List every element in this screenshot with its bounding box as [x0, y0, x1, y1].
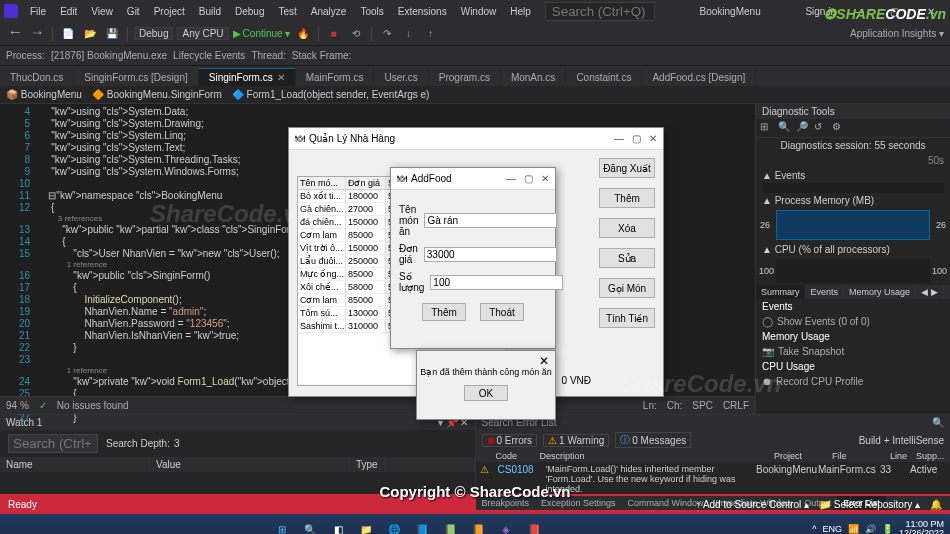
messages-badge[interactable]: ⓘ 0 Messages [615, 432, 691, 448]
diag-tab-summary[interactable]: Summary [756, 285, 806, 299]
step-out-icon[interactable]: ↑ [422, 25, 440, 43]
order-button[interactable]: Gọi Món [599, 278, 655, 298]
checkout-button[interactable]: Tính Tiền [599, 308, 655, 328]
zoom-level[interactable]: 94 % [6, 400, 29, 411]
diag-zoom-out-icon[interactable]: 🔎 [796, 121, 810, 135]
menu-tools[interactable]: Tools [354, 4, 389, 19]
menu-file[interactable]: File [24, 4, 52, 19]
explorer-icon[interactable]: 📁 [353, 516, 379, 534]
menu-search-input[interactable] [545, 2, 655, 21]
menu-git[interactable]: Git [121, 4, 146, 19]
dlg-min-icon[interactable]: — [614, 133, 624, 144]
edit-button[interactable]: Sửa [599, 248, 655, 268]
app3-icon[interactable]: 📙 [465, 516, 491, 534]
app-insights-dropdown[interactable]: Application Insights ▾ [850, 28, 944, 39]
tab-singinform-design[interactable]: SinginForm.cs [Design] [74, 69, 198, 86]
name-input[interactable] [424, 213, 557, 228]
tray-lang[interactable]: ENG [822, 524, 842, 534]
diag-tool-icon[interactable]: ⊞ [760, 121, 774, 135]
menu-analyze[interactable]: Analyze [305, 4, 353, 19]
errors-badge[interactable]: ⊗ 0 Errors [482, 434, 538, 447]
tab-thucdon[interactable]: ThucDon.cs [0, 69, 74, 86]
diag-record-cpu[interactable]: ⏺ Record CPU Profile [756, 374, 950, 389]
nav-method[interactable]: 🔷 Form1_Load(object sender, EventArgs e) [232, 89, 430, 100]
edge-icon[interactable]: 🌐 [381, 516, 407, 534]
add-button[interactable]: Thêm [599, 188, 655, 208]
addfood-add-button[interactable]: Thêm [422, 303, 466, 321]
status-source-control[interactable]: ↑ Add to Source Control ▴ [696, 499, 809, 510]
menu-extensions[interactable]: Extensions [392, 4, 453, 19]
warnings-badge[interactable]: ⚠ 1 Warning [543, 434, 609, 447]
app2-icon[interactable]: 📗 [437, 516, 463, 534]
tab-mainform[interactable]: MainForm.cs [296, 69, 375, 86]
tab-user[interactable]: User.cs [374, 69, 428, 86]
menu-build[interactable]: Build [193, 4, 227, 19]
forward-icon[interactable]: ⭢ [28, 25, 46, 43]
tray-wifi-icon[interactable]: 📶 [848, 524, 859, 534]
app4-icon[interactable]: 📕 [521, 516, 547, 534]
restart-icon[interactable]: ⟲ [347, 25, 365, 43]
tab-constraint[interactable]: Constaint.cs [566, 69, 642, 86]
status-bell-icon[interactable]: 🔔 [930, 499, 942, 510]
addfood-max-icon[interactable]: ▢ [524, 173, 533, 184]
continue-button[interactable]: ▶ Continue ▾ [233, 28, 290, 39]
step-over-icon[interactable]: ↷ [378, 25, 396, 43]
qty-input[interactable] [430, 275, 563, 290]
diag-zoom-in-icon[interactable]: 🔍 [778, 121, 792, 135]
status-repo[interactable]: 📁 Select Repository ▴ [819, 499, 920, 510]
watch-depth-dropdown[interactable]: 3 [174, 438, 180, 449]
dlg-close-icon[interactable]: ✕ [649, 133, 657, 144]
start-icon[interactable]: ⊞ [269, 516, 295, 534]
app-icon[interactable]: 📘 [409, 516, 435, 534]
platform-dropdown[interactable]: Any CPU [177, 27, 228, 40]
tray-volume-icon[interactable]: 🔊 [865, 524, 876, 534]
menu-test[interactable]: Test [272, 4, 302, 19]
save-icon[interactable]: 💾 [103, 25, 121, 43]
build-filter[interactable]: Build + IntelliSense [859, 435, 944, 446]
process-dropdown[interactable]: [21876] BookingMenu.exe [51, 50, 167, 61]
tab-singinform[interactable]: SinginForm.cs✕ [199, 68, 296, 86]
diag-settings-icon[interactable]: ⚙ [832, 121, 846, 135]
diag-tab-events[interactable]: Events [806, 285, 845, 299]
diag-tab-memory[interactable]: Memory Usage [844, 285, 916, 299]
config-dropdown[interactable]: Debug [134, 27, 173, 40]
tray-battery-icon[interactable]: 🔋 [882, 524, 893, 534]
menu-window[interactable]: Window [455, 4, 503, 19]
taskview-icon[interactable]: ◧ [325, 516, 351, 534]
vs-icon[interactable]: ◈ [493, 516, 519, 534]
tray-chevron-icon[interactable]: ^ [812, 524, 816, 534]
diag-take-snapshot[interactable]: 📷 Take Snapshot [756, 344, 950, 359]
tab-addfood-design[interactable]: AddFood.cs [Design] [642, 69, 756, 86]
menu-debug[interactable]: Debug [229, 4, 270, 19]
watch-search-input[interactable] [8, 434, 98, 453]
stop-icon[interactable]: ■ [325, 25, 343, 43]
menu-help[interactable]: Help [504, 4, 537, 19]
addfood-close-icon[interactable]: ✕ [541, 173, 549, 184]
menu-project[interactable]: Project [148, 4, 191, 19]
diag-tab-more[interactable]: ◀ ▶ [916, 285, 944, 299]
diag-reset-icon[interactable]: ↺ [814, 121, 828, 135]
tray-date[interactable]: 12/26/2022 [899, 529, 944, 534]
addfood-min-icon[interactable]: — [506, 173, 516, 184]
tab-program[interactable]: Program.cs [429, 69, 501, 86]
logout-button[interactable]: Đăng Xuất [599, 158, 655, 178]
nav-class[interactable]: 🔶 BookingMenu.SinginForm [92, 89, 222, 100]
errlist-refresh-icon[interactable]: 🔍 [932, 417, 944, 428]
hot-reload-icon[interactable]: 🔥 [294, 25, 312, 43]
delete-button[interactable]: Xóa [599, 218, 655, 238]
tab-monan[interactable]: MonAn.cs [501, 69, 566, 86]
addfood-exit-button[interactable]: Thoát [480, 303, 524, 321]
new-icon[interactable]: 📄 [59, 25, 77, 43]
step-in-icon[interactable]: ↓ [400, 25, 418, 43]
dlg-max-icon[interactable]: ▢ [632, 133, 641, 144]
menu-edit[interactable]: Edit [54, 4, 83, 19]
diag-show-events[interactable]: ◯ Show Events (0 of 0) [756, 314, 950, 329]
open-icon[interactable]: 📂 [81, 25, 99, 43]
nav-project[interactable]: 📦 BookingMenu [6, 89, 82, 100]
back-icon[interactable]: ⭠ [6, 25, 24, 43]
msg-ok-button[interactable]: OK [464, 385, 508, 401]
price-input[interactable] [424, 247, 557, 262]
search-icon[interactable]: 🔍 [297, 516, 323, 534]
menu-view[interactable]: View [85, 4, 119, 19]
tab-close-icon[interactable]: ✕ [277, 72, 285, 83]
